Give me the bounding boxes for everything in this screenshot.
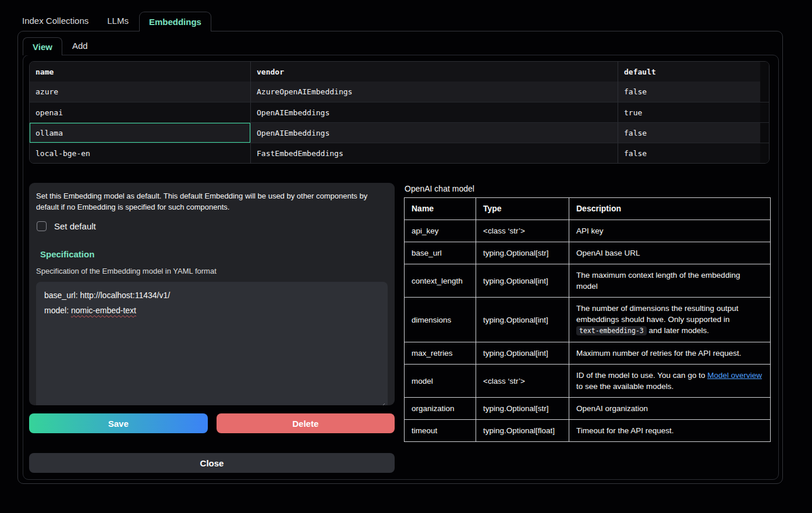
table-row[interactable]: openaiOpenAIEmbeddingstrue (30, 102, 769, 122)
set-default-checkbox[interactable] (37, 221, 47, 231)
yaml-line: model: nomic-embed-text (44, 303, 380, 318)
param-type: typing.Optional[int] (476, 342, 569, 365)
specification-caption: Specification of the Embedding model in … (36, 267, 388, 275)
param-name: context_length (405, 264, 476, 298)
schema-row: max_retriestyping.Optional[int]Maximum n… (405, 342, 771, 365)
schema-column-header: Type (476, 198, 569, 220)
param-description: OpenAI organization (569, 398, 771, 420)
scroll-gutter (760, 102, 769, 122)
spec-yaml-textarea[interactable]: base_url: http://localhost:11434/v1/mode… (36, 282, 388, 405)
model-overview-link[interactable]: Model overview (707, 371, 762, 380)
param-description: The number of dimensions the resulting o… (569, 298, 771, 342)
delete-button[interactable]: Delete (217, 413, 395, 433)
schema-table: NameTypeDescription api_key<class ‘str’>… (404, 197, 771, 442)
cell-default[interactable]: false (618, 123, 760, 143)
close-button[interactable]: Close (29, 453, 395, 473)
param-name: timeout (405, 420, 476, 442)
param-type: <class ‘str’> (476, 220, 569, 242)
schema-column-header: Name (405, 198, 476, 220)
param-description: OpenAI base URL (569, 242, 771, 264)
param-name: base_url (405, 242, 476, 264)
param-type: typing.Optional[float] (476, 420, 569, 442)
param-description: Timeout for the API request. (569, 420, 771, 442)
param-type: typing.Optional[int] (476, 298, 569, 342)
schema-row: timeouttyping.Optional[float]Timeout for… (405, 420, 771, 442)
default-spec-panel: Set this Embedding model as default. Thi… (29, 183, 395, 405)
scroll-gutter (760, 143, 769, 163)
schema-column-header: Description (569, 198, 771, 220)
schema-title: OpenAI chat model (405, 184, 771, 193)
schema-row: organizationtyping.Optional[str]OpenAI o… (405, 398, 771, 420)
embeddings-tab-panel: View Add namevendordefault azureAzureOpe… (17, 31, 783, 484)
table-row[interactable]: local-bge-enFastEmbedEmbeddingsfalse (30, 143, 769, 163)
cell-vendor[interactable]: AzureOpenAIEmbeddings (251, 82, 618, 102)
cell-default[interactable]: false (618, 143, 760, 163)
param-type: <class ‘str’> (476, 365, 569, 398)
cell-vendor[interactable]: FastEmbedEmbeddings (251, 143, 618, 163)
tab-view[interactable]: View (23, 37, 62, 55)
param-type: typing.Optional[int] (476, 264, 569, 298)
param-description: The maximum context length of the embedd… (569, 264, 771, 298)
cell-default[interactable]: true (618, 102, 760, 122)
schema-table-body: api_key<class ‘str’>API keybase_urltypin… (405, 220, 771, 442)
param-name: api_key (405, 220, 476, 242)
scroll-gutter (760, 82, 769, 102)
resize-handle-icon[interactable] (380, 403, 385, 405)
set-default-label[interactable]: Set default (54, 221, 96, 231)
embeddings-dataframe: namevendordefault azureAzureOpenAIEmbedd… (29, 61, 770, 164)
main-tab-bar: Index Collections LLMs Embeddings (0, 0, 812, 31)
param-name: max_retries (405, 342, 476, 365)
default-description: Set this Embedding model as default. Thi… (36, 190, 388, 213)
cell-default[interactable]: false (618, 82, 760, 102)
detail-column: Set this Embedding model as default. Thi… (29, 183, 395, 473)
save-button[interactable]: Save (29, 413, 208, 433)
embeddings-table-body: azureAzureOpenAIEmbeddingsfalseopenaiOpe… (30, 82, 769, 163)
specification-heading: Specification (40, 249, 388, 259)
sub-tab-bar: View Add (18, 31, 782, 55)
misspelled-word: nomic-embed-text (71, 306, 136, 315)
cell-vendor[interactable]: OpenAIEmbeddings (251, 123, 618, 143)
yaml-line: base_url: http://localhost:11434/v1/ (44, 288, 380, 303)
scroll-gutter (760, 62, 769, 82)
schema-header-row: NameTypeDescription (405, 198, 771, 220)
schema-row: base_urltyping.Optional[str]OpenAI base … (405, 242, 771, 264)
tab-llms[interactable]: LLMs (107, 11, 129, 31)
embeddings-table-header: namevendordefault (30, 62, 769, 82)
cell-name[interactable]: ollama (30, 123, 251, 143)
set-default-row: Set default (37, 221, 388, 231)
column-header-default[interactable]: default (618, 62, 760, 82)
column-header-vendor[interactable]: vendor (251, 62, 618, 82)
schema-row: api_key<class ‘str’>API key (405, 220, 771, 242)
param-description: API key (569, 220, 771, 242)
param-type: typing.Optional[str] (476, 398, 569, 420)
param-type: typing.Optional[str] (476, 242, 569, 264)
param-name: model (405, 365, 476, 398)
cell-name[interactable]: openai (30, 102, 251, 122)
schema-row: context_lengthtyping.Optional[int]The ma… (405, 264, 771, 298)
view-tab-content: namevendordefault azureAzureOpenAIEmbedd… (23, 55, 779, 480)
param-description: Maximum number of retries for the API re… (569, 342, 771, 365)
param-description: ID of the model to use. You can go to Mo… (569, 365, 771, 398)
tab-embeddings[interactable]: Embeddings (139, 12, 211, 31)
schema-column: OpenAI chat model NameTypeDescription ap… (404, 183, 771, 473)
table-row[interactable]: ollamaOpenAIEmbeddingsfalse (30, 122, 769, 143)
table-row[interactable]: azureAzureOpenAIEmbeddingsfalse (30, 82, 769, 102)
schema-row: model<class ‘str’>ID of the model to use… (405, 365, 771, 398)
column-header-name[interactable]: name (30, 62, 251, 82)
param-name: dimensions (405, 298, 476, 342)
cell-name[interactable]: azure (30, 82, 251, 102)
tab-index-collections[interactable]: Index Collections (22, 11, 88, 31)
schema-row: dimensionstyping.Optional[int]The number… (405, 298, 771, 342)
inline-code: text-embedding-3 (576, 326, 647, 335)
cell-name[interactable]: local-bge-en (30, 143, 251, 163)
cell-vendor[interactable]: OpenAIEmbeddings (251, 102, 618, 122)
action-buttons: Save Delete (29, 413, 395, 433)
tab-add[interactable]: Add (72, 37, 88, 55)
param-name: organization (405, 398, 476, 420)
scroll-gutter (760, 123, 769, 143)
